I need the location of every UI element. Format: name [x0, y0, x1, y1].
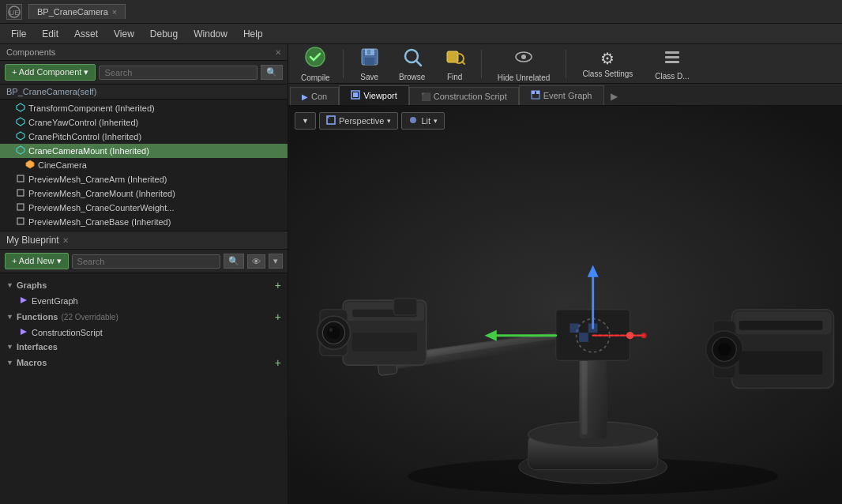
svg-point-62 [718, 343, 731, 355]
components-title: Components [6, 47, 272, 57]
svg-point-52 [327, 326, 340, 339]
component-tree-label: PreviewMesh_CraneCounterWeight... [28, 203, 174, 213]
bp-section-header[interactable]: ▼ Functions (22 Overridable)+ [0, 308, 288, 325]
svg-rect-77 [588, 333, 598, 342]
component-tree-icon [16, 103, 25, 114]
class-settings-button[interactable]: ⚙ Class Settings [573, 46, 642, 81]
viewport-area[interactable]: ▼ Perspective ▾ [288, 106, 842, 504]
dropdown-arrow-icon: ▼ [302, 117, 309, 125]
bp-section-add-btn[interactable]: + [275, 279, 281, 291]
tree-item[interactable]: PreviewMesh_CraneCounterWeight... [0, 201, 288, 215]
svg-text:UE: UE [9, 9, 20, 17]
save-label: Save [360, 73, 378, 81]
blueprint-section: My Blueprint ✕ + Add New ▾ 🔍 👁 ▾ ▼ Graph… [0, 231, 288, 504]
viewport-tab-label: Viewport [363, 91, 397, 100]
con-tab-icon: ▶ [302, 92, 308, 101]
search-components-btn[interactable]: 🔍 [261, 65, 283, 80]
menu-edit[interactable]: Edit [34, 26, 66, 42]
compile-icon [304, 46, 326, 72]
main-layout: Components ✕ + Add Component ▾ 🔍 BP_Cran… [0, 44, 842, 504]
find-icon [445, 47, 465, 71]
class-defaults-button[interactable]: Class D... [645, 44, 698, 84]
svg-point-53 [329, 328, 333, 332]
tree-item[interactable]: TransformComponent (Inherited) [0, 101, 288, 115]
bp-section-add-btn[interactable]: + [275, 310, 281, 323]
bp-section-label: Macros [17, 358, 47, 367]
component-tree-icon [16, 188, 25, 199]
perspective-btn[interactable]: Perspective ▾ [319, 112, 398, 130]
bp-section-header[interactable]: ▼ Graphs+ [0, 276, 288, 294]
eg-tab-label: Event Graph [543, 91, 592, 100]
tree-item[interactable]: CineCamera [0, 158, 288, 172]
blueprint-menu-btn[interactable]: ▾ [269, 254, 283, 269]
svg-point-82 [410, 117, 416, 123]
tree-item[interactable]: CranePitchControl (Inherited) [0, 130, 288, 144]
lit-btn[interactable]: Lit ▾ [401, 112, 445, 130]
svg-rect-72 [569, 323, 579, 333]
svg-point-13 [306, 47, 325, 66]
svg-rect-31 [532, 91, 535, 94]
svg-rect-55 [352, 333, 417, 351]
hide-unrelated-button[interactable]: Hide Unrelated [488, 43, 560, 85]
class-settings-label: Class Settings [582, 70, 633, 78]
component-tree-label: PreviewMesh_CraneArm (Inherited) [28, 175, 167, 184]
blueprint-options-btn[interactable]: 👁 [247, 254, 265, 269]
add-component-button[interactable]: + Add Component ▾ [5, 64, 96, 81]
menu-window[interactable]: Window [186, 26, 235, 42]
svg-marker-6 [26, 160, 34, 168]
tab-label: BP_CraneCamera [37, 7, 108, 17]
menu-debug[interactable]: Debug [142, 26, 186, 42]
tree-item[interactable]: CraneCameraMount (Inherited) [0, 144, 288, 158]
find-button[interactable]: Find [435, 43, 475, 85]
component-tree-icon [16, 145, 25, 156]
tree-item[interactable]: PreviewMesh_CraneMount (Inherited) [0, 186, 288, 201]
bp-item-icon [19, 327, 28, 338]
search-blueprint-btn[interactable]: 🔍 [224, 254, 244, 269]
component-tree-icon [16, 174, 25, 185]
viewport-dropdown-btn[interactable]: ▼ [295, 112, 316, 130]
add-new-button[interactable]: + Add New ▾ [5, 253, 69, 269]
svg-rect-16 [365, 58, 374, 65]
tab-close-btn[interactable]: × [112, 8, 117, 17]
menu-help[interactable]: Help [235, 26, 271, 42]
blueprint-close-icon[interactable]: ✕ [62, 236, 69, 245]
menu-asset[interactable]: Asset [66, 26, 106, 42]
bp-section-arrow-icon: ▼ [6, 281, 13, 289]
browse-button[interactable]: Browse [393, 43, 432, 85]
ue-logo: UE [6, 4, 22, 20]
svg-marker-4 [17, 132, 24, 140]
menu-view[interactable]: View [106, 26, 142, 42]
main-tab[interactable]: BP_CraneCamera × [28, 4, 126, 19]
bp-section-header[interactable]: ▼ Macros+ [0, 354, 288, 371]
tab-con[interactable]: ▶ Con [290, 87, 339, 105]
tree-item[interactable]: PreviewMesh_CraneBase (Inherited) [0, 215, 288, 229]
tree-item[interactable]: PreviewMesh_CraneArm (Inherited) [0, 172, 288, 186]
bp-section-header[interactable]: ▼ Interfaces [0, 340, 288, 354]
components-close-icon[interactable]: ✕ [275, 48, 281, 57]
bp-section-add-btn[interactable]: + [275, 356, 281, 369]
tab-construction-script[interactable]: ⬛ Construction Script [409, 87, 519, 105]
bp-item[interactable]: ConstructionScript [0, 325, 288, 340]
save-icon [359, 47, 380, 71]
svg-point-79 [641, 333, 647, 338]
svg-rect-8 [17, 190, 24, 196]
compile-button[interactable]: Compile [295, 43, 336, 85]
search-components-input[interactable] [99, 66, 257, 80]
bp-section-sub: (22 Overridable) [61, 313, 118, 322]
tab-viewport[interactable]: Viewport [339, 85, 409, 105]
tab-event-graph[interactable]: Event Graph [519, 85, 604, 105]
svg-rect-56 [394, 299, 417, 315]
svg-point-24 [521, 55, 526, 59]
cs-tab-icon: ⬛ [421, 92, 430, 101]
svg-marker-5 [17, 146, 24, 154]
tabs-more-btn[interactable]: ▶ [607, 88, 621, 105]
save-button[interactable]: Save [350, 43, 389, 85]
tree-item[interactable]: CraneYawControl (Inherited) [0, 115, 288, 130]
search-blueprint-input[interactable] [72, 254, 220, 269]
bp-section-label: Functions [17, 312, 58, 322]
blueprint-header: My Blueprint ✕ [0, 231, 288, 250]
svg-rect-17 [367, 50, 370, 55]
component-tree-label: CraneCameraMount (Inherited) [28, 146, 149, 156]
bp-item[interactable]: EventGraph [0, 294, 288, 308]
menu-file[interactable]: File [3, 26, 34, 42]
